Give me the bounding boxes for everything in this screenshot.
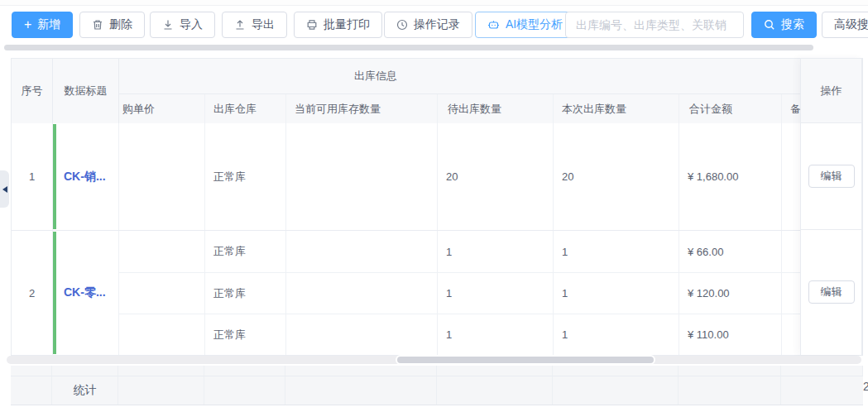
- trash-icon: [92, 19, 103, 31]
- cell-outbound-qty: 1: [554, 314, 679, 355]
- cell-seq: 2: [12, 231, 53, 355]
- advanced-search-button[interactable]: 高级搜索: [822, 12, 868, 38]
- cell-total-amount: ¥ 66.00: [679, 231, 782, 272]
- batch-print-button-label: 批量打印: [324, 17, 370, 32]
- edit-button[interactable]: 编辑: [808, 280, 855, 304]
- group-header-label: 出库信息: [119, 59, 862, 94]
- delete-button-label: 删除: [109, 17, 132, 32]
- column-header-title: 数据标题: [53, 59, 119, 123]
- item-row: 正常库 1 1 ¥ 120.00: [119, 272, 862, 314]
- row-status-marker: [53, 232, 56, 354]
- column-header-unit-price: 购单价: [119, 94, 205, 123]
- table-body: 1 CK-销... 正常库 20 20 ¥ 1,680.00: [12, 123, 862, 355]
- column-header-total-amount: 合计金额: [679, 94, 782, 123]
- cell-total-amount: ¥ 1,680.00: [679, 123, 782, 230]
- footer-cell: [781, 366, 863, 376]
- footer-cell: [11, 366, 52, 376]
- cell-unit-price: [119, 273, 205, 314]
- cell-title: CK-零...: [53, 231, 119, 355]
- column-group-outbound-info: 出库信息 购单价 出库仓库 当前可用库存数量 待出库数量 本次出库数量 合计金额…: [119, 59, 862, 123]
- footer-cell: [118, 376, 204, 405]
- arrow-up-from-line-icon: [234, 19, 246, 31]
- item-row: 正常库 1 1 ¥ 66.00: [119, 231, 862, 272]
- clock-icon: [396, 19, 408, 31]
- advanced-search-button-label: 高级搜索: [834, 17, 868, 32]
- footer-cell: [11, 376, 52, 405]
- table-row: 1 CK-销... 正常库 20 20 ¥ 1,680.00: [12, 123, 862, 230]
- footer-cell: [204, 366, 285, 376]
- footer-cell: [553, 366, 679, 376]
- footer-cell: [118, 366, 204, 376]
- magnifier-icon: [764, 19, 775, 31]
- operation-cell: 编辑: [801, 123, 861, 230]
- footer-cell: [679, 366, 781, 376]
- export-button-label: 导出: [252, 17, 275, 32]
- row-items: 正常库 20 20 ¥ 1,680.00: [119, 123, 862, 230]
- footer-cell: [52, 366, 118, 376]
- cell-warehouse: 正常库: [205, 314, 286, 355]
- delete-button[interactable]: 删除: [79, 12, 145, 38]
- plus-icon: +: [24, 18, 31, 31]
- footer-cell: [285, 366, 437, 376]
- cell-available-stock: [286, 123, 438, 230]
- footer-clipped-value: 2: [863, 380, 868, 393]
- add-button[interactable]: + 新增: [12, 12, 73, 38]
- cell-unit-price: [119, 314, 205, 355]
- column-header-outbound-qty: 本次出库数量: [554, 94, 679, 123]
- cell-unit-price: [119, 231, 205, 272]
- cell-pending-qty: 20: [438, 123, 554, 230]
- column-header-available-stock: 当前可用库存数量: [286, 94, 438, 123]
- robot-icon: [487, 19, 500, 31]
- footer-cell: [437, 366, 553, 376]
- top-divider: [0, 0, 868, 6]
- cell-outbound-qty: 1: [554, 273, 679, 314]
- fixed-operation-column: 操作 编辑 编辑: [800, 58, 862, 355]
- row-status-marker: [53, 124, 56, 229]
- row-items: 正常库 1 1 ¥ 66.00 正常库 1 1 ¥ 120.00: [119, 231, 862, 355]
- footer-stats-row: 统计: [11, 376, 863, 405]
- import-button[interactable]: 导入: [150, 12, 215, 38]
- table-header: 序号 数据标题 出库信息 购单价 出库仓库 当前可用库存数量 待出库数量 本次出…: [12, 59, 862, 123]
- column-header-pending-qty: 待出库数量: [438, 94, 554, 123]
- column-header-warehouse: 出库仓库: [205, 94, 286, 123]
- toolbar-scrollbar-thumb[interactable]: [4, 45, 813, 50]
- export-button[interactable]: 导出: [222, 12, 287, 38]
- cell-total-amount: ¥ 110.00: [679, 314, 782, 355]
- cell-available-stock: [286, 273, 438, 314]
- cell-warehouse: 正常库: [205, 123, 286, 230]
- cell-warehouse: 正常库: [205, 231, 286, 272]
- footer-cell: [285, 376, 437, 405]
- cell-title: CK-销...: [53, 123, 119, 230]
- item-row: 正常库 1 1 ¥ 110.00: [119, 314, 862, 355]
- horizontal-scrollbar-thumb[interactable]: [396, 355, 655, 365]
- footer-cell: [204, 376, 285, 405]
- column-header-operation: 操作: [801, 59, 861, 123]
- ai-analysis-button[interactable]: AI模型分析: [475, 12, 575, 38]
- batch-print-button[interactable]: 批量打印: [294, 12, 382, 38]
- operation-cell: 编辑: [801, 230, 861, 354]
- table-horizontal-scrollbar: [7, 356, 861, 364]
- footer-cell: [679, 376, 781, 405]
- triangle-left-icon: [2, 186, 7, 193]
- search-button[interactable]: 搜索: [751, 12, 817, 38]
- cell-available-stock: [286, 231, 438, 272]
- cell-warehouse: 正常库: [205, 273, 286, 314]
- operation-log-button-label: 操作记录: [414, 17, 460, 32]
- sidebar-collapse-handle[interactable]: [0, 170, 9, 208]
- document-link[interactable]: CK-销...: [64, 170, 106, 184]
- search-input[interactable]: [565, 12, 744, 38]
- operation-log-button[interactable]: 操作记录: [384, 12, 472, 38]
- cell-unit-price: [119, 123, 205, 230]
- table-row: 2 CK-零... 正常库 1 1 ¥ 66.00: [12, 230, 862, 355]
- cell-pending-qty: 1: [438, 231, 554, 272]
- cell-pending-qty: 1: [438, 273, 554, 314]
- edit-button[interactable]: 编辑: [808, 165, 855, 188]
- sub-headers: 购单价 出库仓库 当前可用库存数量 待出库数量 本次出库数量 合计金额 备: [119, 94, 862, 123]
- import-button-label: 导入: [180, 17, 203, 32]
- footer-cell: [437, 376, 553, 405]
- cell-available-stock: [286, 314, 438, 355]
- cell-outbound-qty: 20: [554, 123, 679, 230]
- document-link[interactable]: CK-零...: [64, 285, 106, 300]
- ai-analysis-button-label: AI模型分析: [506, 17, 563, 32]
- footer-filler-row: [11, 366, 863, 376]
